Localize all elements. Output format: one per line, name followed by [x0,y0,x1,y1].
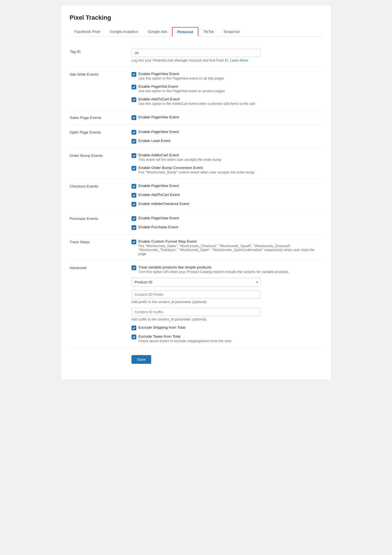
sales-page-events-cell: Enable PageView Event [132,110,323,125]
learn-more-link[interactable]: Learn More [230,58,248,62]
exclude-taxes-checkbox[interactable] [132,335,136,339]
orderbump-conversion-desc: Fire "Woofunnels_Bump" custom event when… [139,170,255,174]
content-id-prefix-group: Add prefix to the content_id parameter (… [132,290,323,304]
site-wide-addtocart-wrapper: Enable AddToCart Event Use this option t… [132,97,255,106]
exclude-taxes-row: Exclude Taxes from Total Check above box… [132,334,323,343]
checkout-addtocart-checkbox[interactable] [132,193,136,198]
site-wide-events-label: Site Wide Events [70,67,132,110]
page-wrapper: Pixel Tracking Facebook Pixel Google Ana… [61,6,331,380]
exclude-shipping-row: Exclude Shipping from Total [132,325,323,330]
checkout-pageview-row: Enable PageView Event [132,184,323,189]
site-wide-pagevisit-checkbox[interactable] [132,85,136,89]
site-wide-pagevisit-wrapper: Enable PageVisit Event Use this option t… [132,84,225,93]
site-wide-addtocart-desc: Use this option to fire AddtoCart event … [139,102,255,106]
track-steps-funnel-row: Enable Custom Funnel Step Event Fire "Wo… [132,239,323,256]
tab-google-analytics[interactable]: Google Analytics [105,27,143,37]
advanced-row: Advanced Treat variable products like si… [70,261,323,348]
site-wide-addtocart-label: Enable AddToCart Event [139,97,255,101]
optin-page-events-label: Optin Page Events [70,125,132,148]
treat-variable-label: Treat variable products like simple prod… [139,265,289,269]
purchase-pageview-checkbox[interactable] [132,216,136,221]
tag-id-row: Tag ID Log into your Pinterest Ads Manag… [70,44,323,67]
checkout-events-row: Checkout Events Enable PageView Event [70,179,323,211]
save-button[interactable]: Save [132,355,151,364]
sales-pageview-row: Enable PageView Event [132,115,323,120]
tab-snapchat[interactable]: Snapchat [219,27,244,37]
orderbump-addtocart-checkbox[interactable] [132,153,136,158]
purchase-events-label: Purchase Events [70,211,132,235]
purchase-events-row: Purchase Events Enable PageView Event [70,211,323,235]
checkout-addtocart-row: Enable AddToCart Event [132,193,323,198]
tab-tiktok[interactable]: TikTok [198,27,219,37]
product-id-field-group: Product ID SKU Variation ID ▾ [132,278,323,286]
purchase-events-cell: Enable PageView Event Enable Purchase Ev… [132,211,323,235]
sales-page-events-label: Sales Page Events [70,110,132,125]
orderbump-conversion-checkbox[interactable] [132,166,136,171]
site-wide-pageview-row: Enable PageView Event Use this option to… [132,72,323,80]
order-bump-events-label: Order Bump Events [70,148,132,179]
tab-pinterest[interactable]: Pinterest [172,27,198,37]
treat-variable-row: Treat variable products like simple prod… [132,265,323,274]
exclude-shipping-checkbox[interactable] [132,326,136,330]
orderbump-addtocart-row: Enable AddtoCart Event This event will f… [132,153,323,162]
settings-form: Tag ID Log into your Pinterest Ads Manag… [70,44,323,368]
site-wide-events-cell: Enable PageView Event Use this option to… [132,67,323,110]
site-wide-pagevisit-label: Enable PageVisit Event [139,84,225,89]
site-wide-pageview-checkbox[interactable] [132,72,136,77]
site-wide-events-row: Site Wide Events Enable PageView Event U… [70,67,323,110]
treat-variable-checkbox[interactable] [132,265,136,270]
sales-pageview-label: Enable PageView Event [139,115,179,119]
site-wide-pagevisit-desc: Use this option to fire PageVisit event … [139,89,225,93]
purchase-event-row: Enable Purchase Event [132,225,323,230]
checkout-initiate-checkbox[interactable] [132,202,136,207]
track-steps-label: Track Steps [70,235,132,261]
order-bump-events-cell: Enable AddtoCart Event This event will f… [132,148,323,179]
checkout-pageview-checkbox[interactable] [132,184,136,189]
save-row: Save [70,348,323,369]
site-wide-addtocart-checkbox[interactable] [132,97,136,102]
checkout-initiate-row: Enable InitiateCheckout Event [132,202,323,207]
checkout-addtocart-label: Enable AddToCart Event [139,193,180,197]
optin-pageview-checkbox[interactable] [132,130,136,135]
treat-variable-desc: Turn this option ON when your Product Ca… [139,270,289,274]
track-steps-row: Track Steps Enable Custom Funnel Step Ev… [70,235,323,261]
checkout-events-label: Checkout Events [70,179,132,211]
purchase-event-checkbox[interactable] [132,225,136,230]
tag-id-input[interactable] [132,49,261,57]
purchase-pageview-label: Enable PageView Event [139,216,179,220]
exclude-taxes-desc: Check above boxes to exclude shipping/ta… [139,339,232,343]
tab-facebook-pixel[interactable]: Facebook Pixel [70,27,105,37]
optin-lead-row: Enable Lead Event [132,139,323,144]
site-wide-pageview-label: Enable PageView Event [139,72,224,76]
optin-page-events-row: Optin Page Events Enable PageView Event [70,125,323,148]
order-bump-events-row: Order Bump Events Enable AddtoCart Event… [70,148,323,179]
purchase-pageview-row: Enable PageView Event [132,216,323,221]
orderbump-addtocart-desc: This event will fire when user accepts t… [139,158,221,162]
product-id-select-wrapper: Product ID SKU Variation ID ▾ [132,278,261,286]
orderbump-conversion-label: Enable Order Bump Conversion Event [139,166,255,170]
orderbump-addtocart-label: Enable AddtoCart Event [139,153,221,157]
tabs-nav: Facebook Pixel Google Analytics Google A… [70,27,323,37]
purchase-event-label: Enable Purchase Event [139,225,178,229]
track-steps-funnel-desc: Fire "Woofunnels_Sales", "Woofunnels_Che… [139,244,323,256]
checkout-events-cell: Enable PageView Event Enable AddToCart E… [132,179,323,211]
sales-pageview-checkbox[interactable] [132,115,136,120]
product-id-select[interactable]: Product ID SKU Variation ID [132,278,261,286]
checkout-initiate-label: Enable InitiateCheckout Event [139,202,189,206]
optin-pageview-label: Enable PageView Event [139,130,179,134]
tab-google-ads[interactable]: Google Ads [143,27,172,37]
track-steps-cell: Enable Custom Funnel Step Event Fire "Wo… [132,235,323,261]
track-steps-funnel-label: Enable Custom Funnel Step Event [139,239,323,243]
track-steps-funnel-checkbox[interactable] [132,240,136,244]
site-wide-addtocart-row: Enable AddToCart Event Use this option t… [132,97,323,106]
tag-id-cell: Log into your Pinterest Ads Manager Acco… [132,44,323,67]
advanced-cell: Treat variable products like simple prod… [132,261,323,348]
tag-id-help: Log into your Pinterest Ads Manager Acco… [132,58,323,62]
optin-lead-checkbox[interactable] [132,139,136,144]
content-id-prefix-input[interactable] [132,290,261,299]
optin-lead-label: Enable Lead Event [139,139,171,143]
site-wide-pageview-wrapper: Enable PageView Event Use this option to… [132,72,224,80]
orderbump-conversion-row: Enable Order Bump Conversion Event Fire … [132,166,323,174]
content-id-suffix-input[interactable] [132,308,261,316]
advanced-label: Advanced [70,261,132,348]
